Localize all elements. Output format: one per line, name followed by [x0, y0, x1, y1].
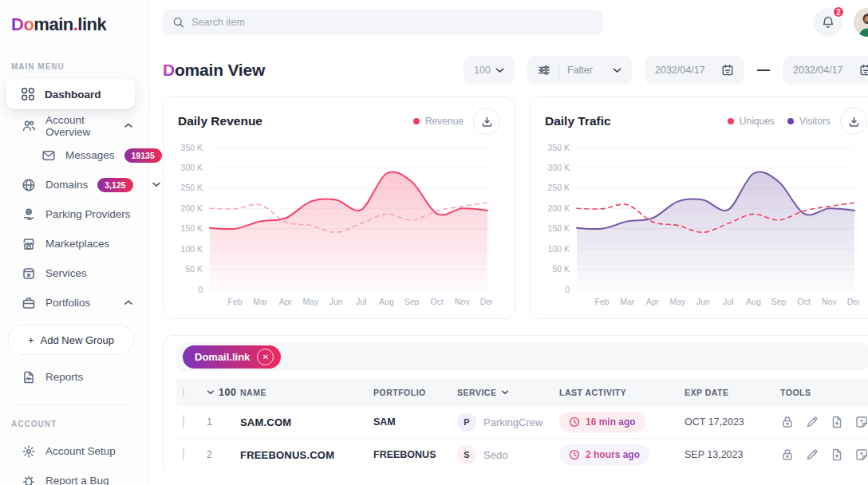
date-from-value: 2032/04/17	[655, 65, 705, 76]
chevron-down-icon	[501, 390, 509, 395]
charts-row: Daily Revenue Revenue 350 K300 K250 K200…	[163, 96, 868, 319]
domain-filter-chip[interactable]: Domail.link ✕	[183, 345, 281, 369]
file-add-icon[interactable]	[830, 415, 844, 429]
portfolio-header: PORTFOLIO	[373, 388, 457, 397]
page-size-select[interactable]: 100	[464, 56, 515, 85]
svg-text:May: May	[670, 297, 687, 306]
sidebar-item-parking-providers[interactable]: Parking Providers	[0, 199, 148, 229]
chip-close-icon[interactable]: ✕	[257, 349, 274, 365]
app-root: Domain.link MAIN MENU Dashboard Account …	[0, 0, 868, 485]
lock-icon[interactable]	[780, 448, 795, 462]
briefcase-icon	[22, 296, 36, 310]
tools-header: TOOLS	[780, 388, 868, 397]
service-header-label: SERVICE	[457, 388, 496, 397]
legend-item: Visitors	[787, 116, 831, 127]
count-header[interactable]: 100	[207, 387, 240, 398]
chevron-down-icon	[613, 68, 621, 73]
sidebar-item-label: Marketplaces	[45, 238, 109, 250]
row-checkbox[interactable]	[183, 447, 184, 462]
avatar-image	[854, 8, 868, 37]
plus-icon: +	[28, 334, 34, 346]
svg-text:200 K: 200 K	[548, 203, 570, 213]
exp-date-value: OCT 17,2023	[685, 416, 780, 428]
bell-icon	[821, 15, 835, 30]
daily-revenue-card: Daily Revenue Revenue 350 K300 K250 K200…	[163, 96, 515, 319]
legend-item: Uniques	[728, 116, 775, 127]
sidebar-item-domains[interactable]: Domains 3,125	[0, 170, 148, 199]
sidebar-item-services[interactable]: Services	[0, 258, 148, 288]
sidebar-item-report-bug[interactable]: Report a Bug	[0, 466, 148, 485]
note-add-icon[interactable]	[854, 415, 868, 429]
date-to-picker[interactable]: 2032/04/17	[783, 56, 868, 85]
page-title-text: omain View	[175, 61, 265, 79]
bug-icon	[22, 474, 36, 485]
service-header[interactable]: SERVICE	[457, 388, 559, 397]
svg-text:Nov: Nov	[822, 297, 837, 306]
notifications-button[interactable]: 2	[814, 8, 842, 37]
topbar-actions: 2	[814, 8, 868, 37]
grid-icon	[21, 87, 35, 101]
add-new-group-button[interactable]: + Add New Group	[8, 325, 134, 355]
chevron-up-icon	[121, 123, 136, 128]
chart-title: Daily Trafic	[545, 114, 611, 128]
sidebar-item-label: Account Overview	[45, 114, 112, 138]
table-row[interactable]: 2 FREEBONUS.COM FREEBONUS S Sedo 2 hours…	[176, 439, 868, 471]
legend-dot	[413, 118, 420, 124]
select-all-checkbox[interactable]	[183, 387, 184, 398]
svg-text:50 K: 50 K	[552, 264, 570, 274]
legend-dot	[787, 118, 794, 124]
chart-legend: Revenue	[413, 116, 464, 127]
lock-icon[interactable]	[780, 415, 795, 429]
sidebar-item-messages[interactable]: Messages 19135	[0, 140, 148, 170]
service-name: ParkingCrew	[483, 416, 542, 428]
svg-text:Aug: Aug	[379, 297, 394, 306]
svg-text:Sep: Sep	[771, 297, 787, 306]
edit-icon[interactable]	[805, 415, 819, 429]
brand-logo: Domain.link	[0, 11, 148, 35]
avatar[interactable]	[854, 8, 868, 37]
report-icon	[22, 370, 36, 384]
daily-trafic-card: Daily Trafic Uniques Visitors	[530, 96, 868, 319]
svg-text:Sep: Sep	[404, 297, 420, 306]
sidebar-item-dashboard[interactable]: Dashboard	[6, 79, 135, 109]
sidebar-item-account-overview[interactable]: Account Overview	[0, 111, 148, 140]
daily-revenue-chart: 350 K300 K250 K200 K150 K100 K50 K0FebMa…	[178, 141, 492, 310]
name-header: NAME	[240, 388, 373, 397]
sidebar-item-marketplaces[interactable]: Marketplaces	[0, 229, 148, 258]
svg-text:250 K: 250 K	[181, 183, 203, 192]
svg-text:100 K: 100 K	[181, 244, 203, 254]
service-initial-badge: S	[457, 445, 476, 464]
last-activity-text: 2 hours ago	[586, 449, 640, 460]
logo-gradient-text: Do	[11, 14, 34, 34]
row-tools	[780, 448, 868, 462]
divider	[558, 62, 559, 78]
edit-icon[interactable]	[805, 448, 819, 462]
last-activity-text: 16 min ago	[586, 416, 636, 428]
row-checkbox[interactable]	[183, 414, 184, 429]
svg-text:Jun: Jun	[696, 297, 710, 306]
sidebar-item-portfolios[interactable]: Portfolios	[0, 288, 148, 317]
calendar-icon	[721, 64, 734, 77]
sidebar-item-reports[interactable]: Reports	[0, 362, 148, 392]
domain-name: FREEBONUS.COM	[240, 449, 373, 461]
sidebar-item-account-setup[interactable]: Account Setup	[0, 436, 148, 466]
chevron-down-icon	[495, 68, 504, 73]
date-from-picker[interactable]: 2032/04/17	[645, 56, 744, 85]
download-button[interactable]	[840, 108, 867, 135]
svg-text:Apr: Apr	[646, 297, 660, 306]
file-add-icon[interactable]	[830, 448, 844, 462]
svg-text:250 K: 250 K	[548, 183, 570, 192]
svg-text:Oct: Oct	[798, 297, 811, 306]
svg-text:350 K: 350 K	[181, 143, 203, 152]
search-input[interactable]	[191, 17, 594, 28]
domains-count-badge: 3,125	[97, 178, 132, 192]
download-button[interactable]	[473, 108, 500, 135]
service-value: P ParkingCrew	[457, 412, 559, 432]
note-add-icon[interactable]	[854, 448, 868, 462]
search-bar[interactable]	[163, 10, 603, 35]
domain-name: SAM.COM	[240, 416, 373, 428]
svg-text:Jul: Jul	[723, 297, 733, 306]
filter-select[interactable]: Falter	[527, 56, 632, 85]
table-row[interactable]: 1 SAM.COM SAM P ParkingCrew 16 min ago O…	[176, 406, 868, 439]
topbar: 2	[163, 0, 868, 45]
